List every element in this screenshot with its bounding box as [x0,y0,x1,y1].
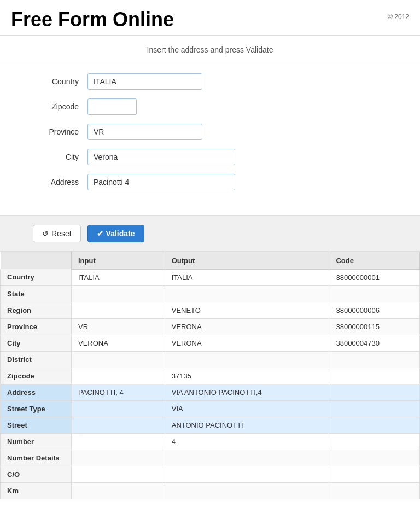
row-code [329,400,420,417]
table-row: C/O [1,466,420,482]
row-code [329,351,420,368]
row-input [72,417,165,433]
table-row: Zipcode37135 [1,368,420,384]
row-input: VERONA [72,335,165,351]
zipcode-label: Zipcode [33,102,88,111]
row-code [329,482,420,499]
row-label: Province [1,318,72,335]
row-output: VIA [165,400,329,417]
province-input[interactable] [88,124,202,140]
row-input [72,302,165,318]
table-row: CountryITALIAITALIA38000000001 [1,269,420,285]
row-output [165,482,329,499]
table-row: District [1,351,420,368]
row-label: C/O [1,466,72,482]
row-input [72,466,165,482]
row-input: VR [72,318,165,335]
col-header-label [1,252,72,269]
row-input [72,368,165,384]
address-input[interactable] [88,174,235,190]
row-output: VIA ANTONIO PACINOTTI,4 [165,384,329,400]
row-output [165,285,329,302]
row-code [329,384,420,400]
row-label: District [1,351,72,368]
row-label: Km [1,482,72,499]
city-label: City [33,153,88,161]
table-row: Street TypeVIA [1,400,420,417]
row-code [329,368,420,384]
col-header-input: Input [72,252,165,269]
row-output: 37135 [165,368,329,384]
row-input [72,433,165,450]
reset-icon: ↺ [42,229,49,238]
copyright: © 2012 [388,9,409,21]
subtitle: Insert the address and press Validate [0,36,420,62]
table-row: Number Details [1,450,420,466]
results-table: Input Output Code CountryITALIAITALIA380… [0,252,420,499]
col-header-code: Code [329,252,420,269]
row-code [329,433,420,450]
row-code [329,450,420,466]
row-output: ANTONIO PACINOTTI [165,417,329,433]
row-label: Street [1,417,72,433]
header: Free Form Online © 2012 [0,0,420,36]
country-input[interactable] [88,73,202,90]
row-input [72,285,165,302]
checkmark-icon: ✔ [97,229,103,238]
row-code [329,285,420,302]
row-output: VENETO [165,302,329,318]
city-input[interactable] [88,149,235,165]
zipcode-row: Zipcode [33,98,387,115]
table-row: CityVERONAVERONA38000004730 [1,335,420,351]
row-label: Street Type [1,400,72,417]
row-code: 38000000115 [329,318,420,335]
row-label: Address [1,384,72,400]
reset-label: Reset [51,229,72,238]
table-row: Km [1,482,420,499]
table-row: StreetANTONIO PACINOTTI [1,417,420,433]
validate-button[interactable]: ✔ Validate [88,225,144,242]
row-output: 4 [165,433,329,450]
row-input [72,400,165,417]
address-label: Address [33,178,88,186]
row-code: 38000000006 [329,302,420,318]
row-label: State [1,285,72,302]
row-output [165,351,329,368]
row-input: PACINOTTI, 4 [72,384,165,400]
table-row: State [1,285,420,302]
row-code [329,466,420,482]
row-output: ITALIA [165,269,329,285]
city-row: City [33,149,387,165]
row-output: VERONA [165,318,329,335]
reset-button[interactable]: ↺ Reset [33,225,81,242]
row-input [72,351,165,368]
row-code [329,417,420,433]
row-input: ITALIA [72,269,165,285]
row-output: VERONA [165,335,329,351]
zipcode-input[interactable] [88,98,137,115]
table-row: AddressPACINOTTI, 4VIA ANTONIO PACINOTTI… [1,384,420,400]
table-row: Number4 [1,433,420,450]
row-code: 38000004730 [329,335,420,351]
row-label: Number Details [1,450,72,466]
row-input [72,450,165,466]
table-row: RegionVENETO38000000006 [1,302,420,318]
province-label: Province [33,127,88,136]
validate-label: Validate [106,229,135,238]
row-input [72,482,165,499]
row-output [165,450,329,466]
row-label: City [1,335,72,351]
country-label: Country [33,77,88,86]
table-row: ProvinceVRVERONA38000000115 [1,318,420,335]
country-row: Country [33,73,387,90]
table-header-row: Input Output Code [1,252,420,269]
row-label: Number [1,433,72,450]
col-header-output: Output [165,252,329,269]
address-row: Address [33,174,387,190]
province-row: Province [33,124,387,140]
row-code: 38000000001 [329,269,420,285]
address-form: Country Zipcode Province City Address [0,62,420,210]
row-label: Zipcode [1,368,72,384]
page-title: Free Form Online [11,9,174,31]
row-output [165,466,329,482]
